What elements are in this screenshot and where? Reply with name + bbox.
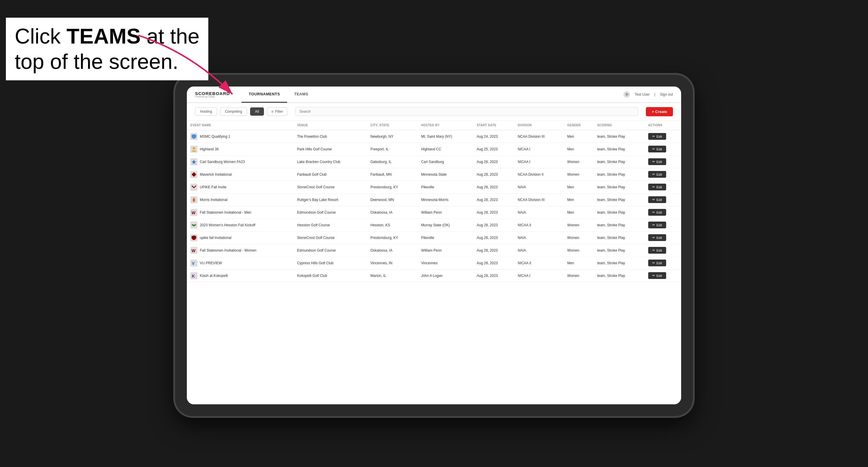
table-row: 2023 Women's Hesston Fall Kickoff Hessto… [187,219,681,231]
svg-text:W: W [191,210,196,215]
edit-button[interactable]: ✏ Edit [648,184,666,190]
edit-button[interactable]: ✏ Edit [648,222,666,228]
cell-scoring: team, Stroke Play [594,206,645,219]
pencil-icon: ✏ [652,134,655,138]
svg-text:V: V [192,261,195,266]
edit-label: Edit [656,236,662,240]
cell-actions: ✏ Edit [645,155,681,168]
cell-gender: Women [564,231,594,244]
edit-label: Edit [656,274,662,278]
cell-hosted-by: Vincennes [417,257,473,269]
team-logo [190,133,197,140]
cell-division: NCAA Division III [514,193,563,206]
edit-label: Edit [656,148,662,151]
cell-gender: Men [564,130,594,143]
cell-start-date: Aug 28, 2023 [473,206,514,219]
gear-icon[interactable]: ⚙ [623,91,630,98]
cell-venue: Hesston Golf Course [293,219,367,231]
cell-hosted-by: Pikeville [417,231,473,244]
team-logo: W [190,209,197,216]
cell-start-date: Aug 28, 2023 [473,244,514,257]
pencil-icon: ✏ [652,147,655,151]
search-input[interactable] [295,107,639,116]
cell-actions: ✏ Edit [645,130,681,143]
cell-gender: Women [564,244,594,257]
cell-venue: StoneCrest Golf Course [293,181,367,193]
table-row: W Fall Statesmen Invitational - Men Edmu… [187,206,681,219]
edit-button[interactable]: ✏ Edit [648,272,666,279]
edit-button[interactable]: ✏ Edit [648,259,666,266]
col-city-state: CITY, STATE [367,121,417,130]
competing-button[interactable]: Competing [220,107,247,116]
cell-actions: ✏ Edit [645,168,681,181]
create-button[interactable]: + Create [646,107,673,116]
team-logo: W [190,247,197,254]
edit-button[interactable]: ✏ Edit [648,158,666,165]
cell-city: Freeport, IL [367,143,417,155]
cell-division: NAIA [514,181,563,193]
edit-button[interactable]: ✏ Edit [648,209,666,216]
edit-button[interactable]: ✏ Edit [648,146,666,152]
user-name: Test User [635,92,650,96]
cell-event-name: Morris Invitational [187,193,293,206]
table-row: Highland 36 Park Hills Golf Course Freep… [187,143,681,155]
all-button[interactable]: All [250,107,264,116]
pencil-icon: ✏ [652,236,655,240]
tab-tournaments[interactable]: TOURNAMENTS [242,87,287,103]
cell-start-date: Aug 28, 2023 [473,269,514,282]
cell-scoring: team, Stroke Play [594,130,645,143]
cell-division: NICAA I [514,155,563,168]
cell-gender: Men [564,257,594,269]
team-logo [190,146,197,153]
table-header: EVENT NAME VENUE CITY, STATE HOSTED BY S… [187,121,681,130]
edit-button[interactable]: ✏ Edit [648,196,666,203]
cell-start-date: Aug 28, 2023 [473,168,514,181]
pencil-icon: ✏ [652,210,655,214]
cell-division: NICAA I [514,143,563,155]
cell-hosted-by: Carl Sandburg [417,155,473,168]
cell-scoring: team, Stroke Play [594,181,645,193]
pencil-icon: ✏ [652,173,655,176]
table-body: MSMC Qualifying 1 The Powelton Club Newb… [187,130,681,282]
cell-event-name: W Fall Statesmen Invitational - Men [187,206,293,219]
cell-hosted-by: William Penn [417,244,473,257]
table-row: Carl Sandburg Women FA23 Lake Bracken Co… [187,155,681,168]
table-row: W Fall Statesmen Invitational - Women Ed… [187,244,681,257]
cell-scoring: team, Stroke Play [594,168,645,181]
filter-label: Filter [275,110,283,114]
event-name-text: Morris Invitational [200,198,227,202]
cell-division: NICAA II [514,219,563,231]
edit-button[interactable]: ✏ Edit [648,234,666,241]
logo-area: SCOREBOARD Powered by Clippit [195,91,230,98]
table-row: V VU PREVIEW Cypress Hills Golf Club Vin… [187,257,681,269]
col-event-name: EVENT NAME [187,121,293,130]
cell-venue: Park Hills Golf Course [293,143,367,155]
edit-button[interactable]: ✏ Edit [648,247,666,254]
pencil-icon: ✏ [652,223,655,227]
cell-start-date: Aug 28, 2023 [473,193,514,206]
cell-division: NAIA [514,206,563,219]
team-logo [190,222,197,229]
filter-button[interactable]: ≡ Filter [267,107,287,116]
search-box [295,107,639,116]
pencil-icon: ✏ [652,248,655,252]
tablet-screen: SCOREBOARD Powered by Clippit TOURNAMENT… [187,87,681,404]
col-actions: ACTIONS [645,121,681,130]
event-name-text: MSMC Qualifying 1 [200,134,230,138]
event-name-text: Klash at Kokopelli [200,274,228,278]
svg-text:K: K [192,274,195,278]
cell-hosted-by: Highland CC [417,143,473,155]
cell-city: Faribault, MN [367,168,417,181]
edit-button[interactable]: ✏ Edit [648,133,666,140]
table-row: UPIKE Fall Invite StoneCrest Golf Course… [187,181,681,193]
cell-actions: ✏ Edit [645,181,681,193]
cell-scoring: team, Stroke Play [594,219,645,231]
edit-button[interactable]: ✏ Edit [648,171,666,178]
tournaments-table: EVENT NAME VENUE CITY, STATE HOSTED BY S… [187,121,681,282]
hosting-button[interactable]: Hosting [195,107,217,116]
cell-gender: Women [564,168,594,181]
sign-out-link[interactable]: Sign out [660,92,673,96]
tab-teams[interactable]: TEAMS [287,87,315,103]
cell-hosted-by: William Penn [417,206,473,219]
cell-gender: Men [564,181,594,193]
